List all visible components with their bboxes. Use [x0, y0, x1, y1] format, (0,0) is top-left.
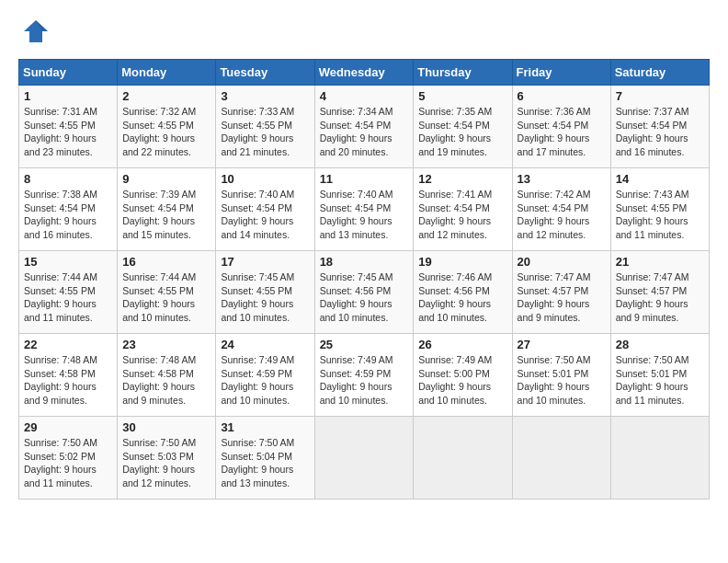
day-cell: 22Sunrise: 7:48 AMSunset: 4:58 PMDayligh…: [19, 334, 118, 417]
day-cell: 25Sunrise: 7:49 AMSunset: 4:59 PMDayligh…: [314, 334, 414, 417]
day-number: 2: [122, 89, 210, 103]
day-cell: 14Sunrise: 7:43 AMSunset: 4:55 PMDayligh…: [610, 168, 709, 251]
day-info: Sunrise: 7:39 AMSunset: 4:54 PMDaylight:…: [122, 188, 210, 242]
day-number: 23: [122, 338, 210, 351]
day-number: 30: [122, 420, 210, 434]
day-cell: 29Sunrise: 7:50 AMSunset: 5:02 PMDayligh…: [19, 417, 118, 500]
day-number: 20: [518, 255, 606, 269]
day-info: Sunrise: 7:34 AMSunset: 4:54 PMDaylight:…: [320, 105, 409, 159]
day-info: Sunrise: 7:50 AMSunset: 5:01 PMDaylight:…: [518, 353, 606, 408]
weekday-header-tuesday: Tuesday: [216, 60, 314, 86]
day-cell: 4Sunrise: 7:34 AMSunset: 4:54 PMDaylight…: [314, 86, 414, 168]
day-info: Sunrise: 7:45 AMSunset: 4:56 PMDaylight:…: [320, 270, 409, 325]
weekday-header-sunday: Sunday: [19, 60, 118, 86]
logo-icon: [22, 18, 50, 44]
day-cell: 18Sunrise: 7:45 AMSunset: 4:56 PMDayligh…: [314, 251, 414, 334]
day-info: Sunrise: 7:35 AMSunset: 4:54 PMDaylight:…: [418, 105, 506, 159]
day-info: Sunrise: 7:32 AMSunset: 4:55 PMDaylight:…: [122, 105, 210, 159]
day-cell: 28Sunrise: 7:50 AMSunset: 5:01 PMDayligh…: [610, 334, 709, 417]
day-info: Sunrise: 7:49 AMSunset: 5:00 PMDaylight:…: [418, 353, 506, 408]
day-cell: [512, 417, 610, 500]
day-number: 28: [616, 338, 704, 351]
day-number: 27: [518, 338, 606, 351]
day-cell: 16Sunrise: 7:44 AMSunset: 4:55 PMDayligh…: [118, 251, 216, 334]
day-info: Sunrise: 7:48 AMSunset: 4:58 PMDaylight:…: [24, 353, 112, 408]
weekday-header-monday: Monday: [118, 60, 216, 86]
day-cell: 8Sunrise: 7:38 AMSunset: 4:54 PMDaylight…: [19, 168, 118, 251]
day-info: Sunrise: 7:31 AMSunset: 4:55 PMDaylight:…: [24, 105, 112, 159]
day-cell: 7Sunrise: 7:37 AMSunset: 4:54 PMDaylight…: [610, 86, 709, 168]
day-cell: 9Sunrise: 7:39 AMSunset: 4:54 PMDaylight…: [118, 168, 216, 251]
day-number: 21: [616, 255, 704, 269]
day-info: Sunrise: 7:36 AMSunset: 4:54 PMDaylight:…: [518, 105, 606, 159]
day-info: Sunrise: 7:50 AMSunset: 5:02 PMDaylight:…: [24, 436, 112, 490]
day-cell: 31Sunrise: 7:50 AMSunset: 5:04 PMDayligh…: [216, 417, 314, 500]
week-row-4: 22Sunrise: 7:48 AMSunset: 4:58 PMDayligh…: [19, 334, 710, 417]
day-cell: [610, 417, 709, 500]
day-info: Sunrise: 7:44 AMSunset: 4:55 PMDaylight:…: [122, 270, 210, 325]
day-cell: 10Sunrise: 7:40 AMSunset: 4:54 PMDayligh…: [216, 168, 314, 251]
logo: [18, 18, 50, 44]
day-cell: 5Sunrise: 7:35 AMSunset: 4:54 PMDaylight…: [414, 86, 512, 168]
day-info: Sunrise: 7:48 AMSunset: 4:58 PMDaylight:…: [122, 353, 210, 408]
day-cell: 20Sunrise: 7:47 AMSunset: 4:57 PMDayligh…: [512, 251, 610, 334]
day-info: Sunrise: 7:49 AMSunset: 4:59 PMDaylight:…: [221, 353, 309, 408]
day-info: Sunrise: 7:50 AMSunset: 5:04 PMDaylight:…: [221, 436, 309, 490]
week-row-3: 15Sunrise: 7:44 AMSunset: 4:55 PMDayligh…: [19, 251, 710, 334]
day-info: Sunrise: 7:40 AMSunset: 4:54 PMDaylight:…: [320, 188, 409, 242]
calendar-table: SundayMondayTuesdayWednesdayThursdayFrid…: [18, 59, 710, 500]
day-number: 17: [221, 255, 309, 269]
weekday-header-thursday: Thursday: [414, 60, 512, 86]
day-number: 15: [24, 255, 112, 269]
weekday-header-friday: Friday: [512, 60, 610, 86]
day-cell: 21Sunrise: 7:47 AMSunset: 4:57 PMDayligh…: [610, 251, 709, 334]
day-cell: 27Sunrise: 7:50 AMSunset: 5:01 PMDayligh…: [512, 334, 610, 417]
day-number: 7: [616, 89, 704, 103]
day-info: Sunrise: 7:49 AMSunset: 4:59 PMDaylight:…: [320, 353, 409, 408]
day-cell: 26Sunrise: 7:49 AMSunset: 5:00 PMDayligh…: [414, 334, 512, 417]
day-number: 10: [221, 172, 309, 186]
day-number: 1: [24, 89, 112, 103]
weekday-header-row: SundayMondayTuesdayWednesdayThursdayFrid…: [19, 60, 710, 86]
day-number: 13: [518, 172, 606, 186]
day-cell: 17Sunrise: 7:45 AMSunset: 4:55 PMDayligh…: [216, 251, 314, 334]
day-cell: 23Sunrise: 7:48 AMSunset: 4:58 PMDayligh…: [118, 334, 216, 417]
week-row-1: 1Sunrise: 7:31 AMSunset: 4:55 PMDaylight…: [19, 86, 710, 168]
day-number: 12: [418, 172, 506, 186]
day-number: 14: [616, 172, 704, 186]
week-row-2: 8Sunrise: 7:38 AMSunset: 4:54 PMDaylight…: [19, 168, 710, 251]
day-cell: 24Sunrise: 7:49 AMSunset: 4:59 PMDayligh…: [216, 334, 314, 417]
day-number: 5: [418, 89, 506, 103]
day-info: Sunrise: 7:40 AMSunset: 4:54 PMDaylight:…: [221, 188, 309, 242]
day-number: 19: [418, 255, 506, 269]
day-number: 6: [518, 89, 606, 103]
day-cell: 6Sunrise: 7:36 AMSunset: 4:54 PMDaylight…: [512, 86, 610, 168]
day-info: Sunrise: 7:46 AMSunset: 4:56 PMDaylight:…: [418, 270, 506, 325]
day-number: 25: [320, 338, 409, 351]
day-number: 29: [24, 420, 112, 434]
day-cell: 3Sunrise: 7:33 AMSunset: 4:55 PMDaylight…: [216, 86, 314, 168]
day-number: 3: [221, 89, 309, 103]
day-cell: 12Sunrise: 7:41 AMSunset: 4:54 PMDayligh…: [414, 168, 512, 251]
day-cell: 11Sunrise: 7:40 AMSunset: 4:54 PMDayligh…: [314, 168, 414, 251]
day-number: 31: [221, 420, 309, 434]
day-cell: 13Sunrise: 7:42 AMSunset: 4:54 PMDayligh…: [512, 168, 610, 251]
day-info: Sunrise: 7:45 AMSunset: 4:55 PMDaylight:…: [221, 270, 309, 325]
day-cell: [314, 417, 414, 500]
day-info: Sunrise: 7:38 AMSunset: 4:54 PMDaylight:…: [24, 188, 112, 242]
day-cell: [414, 417, 512, 500]
day-info: Sunrise: 7:50 AMSunset: 5:03 PMDaylight:…: [122, 436, 210, 490]
day-number: 18: [320, 255, 409, 269]
day-number: 4: [320, 89, 409, 103]
day-info: Sunrise: 7:44 AMSunset: 4:55 PMDaylight:…: [24, 270, 112, 325]
day-info: Sunrise: 7:41 AMSunset: 4:54 PMDaylight:…: [418, 188, 506, 242]
day-cell: 30Sunrise: 7:50 AMSunset: 5:03 PMDayligh…: [118, 417, 216, 500]
day-number: 22: [24, 338, 112, 351]
header: [18, 18, 710, 44]
calendar-body: 1Sunrise: 7:31 AMSunset: 4:55 PMDaylight…: [19, 86, 710, 500]
weekday-header-wednesday: Wednesday: [314, 60, 414, 86]
day-info: Sunrise: 7:47 AMSunset: 4:57 PMDaylight:…: [518, 270, 606, 325]
day-cell: 1Sunrise: 7:31 AMSunset: 4:55 PMDaylight…: [19, 86, 118, 168]
day-info: Sunrise: 7:50 AMSunset: 5:01 PMDaylight:…: [616, 353, 704, 408]
week-row-5: 29Sunrise: 7:50 AMSunset: 5:02 PMDayligh…: [19, 417, 710, 500]
